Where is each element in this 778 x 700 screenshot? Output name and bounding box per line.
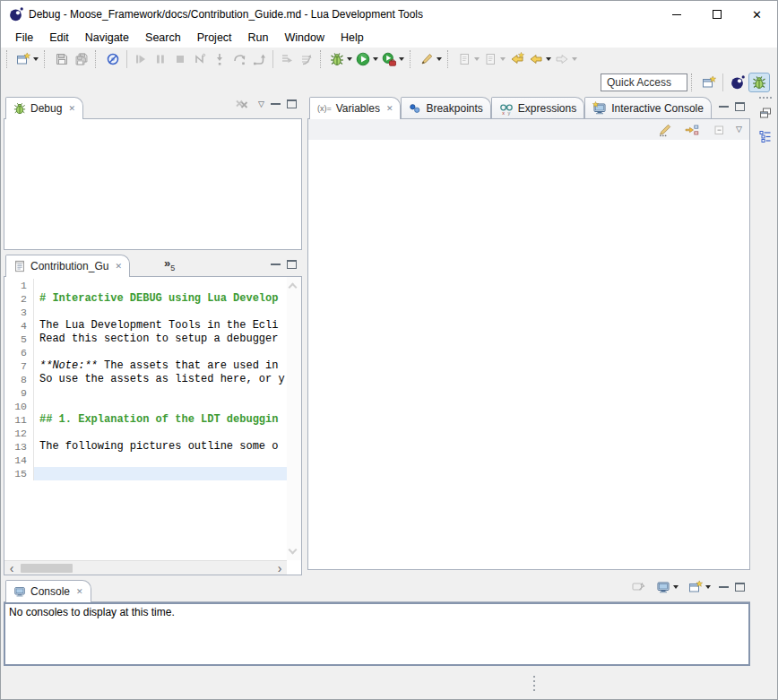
editor-lines[interactable]: 12# Interactive DEBUG using Lua Develop3…	[4, 279, 287, 559]
save-all-button[interactable]	[72, 49, 91, 69]
tab-contribution-guide[interactable]: Contribution_Gu ✕	[5, 255, 130, 277]
maximize-view-button[interactable]	[735, 102, 745, 111]
editor-vertical-scrollbar[interactable]	[287, 277, 301, 560]
editor-line[interactable]: 9	[4, 386, 287, 400]
editor-line[interactable]: 8So use the assets as listed here, or y	[4, 373, 287, 386]
toolbar-grip[interactable]	[447, 50, 452, 68]
display-selected-console-button[interactable]	[654, 577, 680, 597]
forward-button[interactable]	[553, 49, 579, 69]
view-menu-icon[interactable]: ▽	[736, 125, 742, 134]
debug-launch-button[interactable]	[328, 49, 354, 69]
pin-console-button[interactable]	[628, 577, 648, 597]
hidden-editors-chevron[interactable]: »5	[164, 256, 175, 272]
tab-close-icon[interactable]: ✕	[386, 104, 393, 113]
toolbar-grip[interactable]	[691, 73, 696, 91]
next-annotation-button[interactable]	[455, 49, 481, 69]
editor-line[interactable]: 6	[4, 346, 287, 359]
tab-interactive-console[interactable]: Interactive Console	[584, 97, 712, 118]
show-type-names-button[interactable]	[655, 120, 675, 140]
tab-variables[interactable]: (x)= Variables ✕	[309, 97, 401, 119]
editor-line[interactable]: 7**Note:** The assets that are used in	[4, 359, 287, 373]
maximize-view-button[interactable]	[735, 583, 745, 592]
maximize-view-button[interactable]	[287, 260, 297, 269]
editor-line[interactable]: 13The following pictures outline some o	[4, 440, 287, 454]
menu-search[interactable]: Search	[138, 30, 188, 46]
menu-file[interactable]: File	[8, 30, 40, 46]
editor-line[interactable]: 3	[4, 306, 287, 319]
strip-drag-handle[interactable]	[759, 97, 772, 99]
back-button[interactable]	[527, 49, 553, 69]
scroll-right-icon[interactable]: ›	[272, 562, 287, 575]
tab-breakpoints[interactable]: Breakpoints	[401, 97, 490, 118]
editor-line[interactable]: 5Read this section to setup a debugger	[4, 333, 287, 346]
window-close-button[interactable]: ✕	[737, 1, 777, 28]
use-step-filters-button[interactable]	[277, 49, 297, 69]
resume-button[interactable]	[131, 49, 151, 69]
previous-annotation-button[interactable]	[481, 49, 507, 69]
tab-expressions[interactable]: Expressions	[491, 97, 584, 118]
editor-horizontal-scrollbar[interactable]: ‹ ›	[4, 560, 287, 575]
scroll-up-icon[interactable]	[289, 283, 298, 292]
tab-close-icon[interactable]: ✕	[76, 587, 83, 596]
external-tools-button[interactable]	[380, 49, 406, 69]
minimize-view-button[interactable]	[719, 586, 729, 594]
minimize-view-button[interactable]	[271, 264, 281, 272]
open-console-button[interactable]	[687, 577, 713, 597]
mark-occurrences-button[interactable]	[418, 49, 444, 69]
menu-run[interactable]: Run	[241, 30, 276, 46]
menu-help[interactable]: Help	[333, 30, 371, 46]
menu-edit[interactable]: Edit	[42, 30, 76, 46]
debug-view-content[interactable]	[4, 119, 302, 250]
step-over-button[interactable]	[229, 49, 249, 69]
status-drag-handle[interactable]	[533, 676, 535, 691]
tab-close-icon[interactable]: ✕	[115, 262, 122, 271]
editor-line[interactable]: 12	[4, 427, 287, 440]
step-return-button[interactable]	[249, 49, 269, 69]
skip-all-breakpoints-button[interactable]	[103, 49, 123, 69]
scroll-down-icon[interactable]	[289, 546, 298, 555]
scroll-left-icon[interactable]: ‹	[4, 562, 19, 575]
suspend-button[interactable]	[151, 49, 170, 69]
minimize-view-button[interactable]	[719, 106, 729, 114]
scrollbar-thumb[interactable]	[21, 564, 73, 573]
perspective-debug-button[interactable]	[748, 73, 770, 92]
menu-navigate[interactable]: Navigate	[78, 30, 136, 46]
toolbar-grip[interactable]	[410, 50, 414, 68]
step-into-button[interactable]	[210, 49, 229, 69]
toolbar-grip[interactable]	[44, 50, 48, 68]
collapse-all-button[interactable]	[709, 120, 729, 140]
editor-line[interactable]: 4The Lua Development Tools in the Ecli	[4, 319, 287, 333]
window-minimize-button[interactable]	[656, 1, 696, 28]
step-filter-config-button[interactable]	[297, 49, 316, 69]
quick-access-input[interactable]	[601, 73, 687, 91]
editor-line[interactable]: 1	[4, 279, 287, 292]
minimize-view-button[interactable]	[271, 103, 281, 111]
console-content[interactable]: No consoles to display at this time.	[4, 602, 750, 666]
disconnect-button[interactable]	[190, 49, 210, 69]
remove-all-terminated-button[interactable]	[232, 94, 252, 114]
restore-views-button[interactable]	[756, 104, 775, 122]
menu-window[interactable]: Window	[278, 30, 332, 46]
maximize-view-button[interactable]	[287, 99, 297, 108]
toolbar-grip[interactable]	[320, 50, 324, 68]
editor-line[interactable]: 14	[4, 454, 287, 467]
last-edit-location-button[interactable]	[507, 49, 527, 69]
editor-line[interactable]: 15	[4, 467, 287, 480]
editor-line[interactable]: 2# Interactive DEBUG using Lua Develop	[4, 292, 287, 306]
menu-project[interactable]: Project	[190, 30, 239, 46]
editor-line[interactable]: 11## 1. Explanation of the LDT debuggin	[4, 413, 287, 427]
tab-debug[interactable]: Debug ✕	[5, 97, 83, 119]
save-button[interactable]	[52, 49, 72, 69]
toolbar-grip[interactable]	[6, 50, 11, 68]
editor-line[interactable]: 10	[4, 400, 287, 413]
run-launch-button[interactable]	[354, 49, 380, 69]
new-wizard-button[interactable]	[14, 49, 40, 69]
view-menu-icon[interactable]: ▽	[258, 100, 264, 108]
window-maximize-button[interactable]	[696, 1, 737, 28]
toolbar-grip[interactable]	[95, 50, 99, 68]
perspective-ldt-button[interactable]	[727, 73, 748, 92]
tab-close-icon[interactable]: ✕	[68, 104, 75, 113]
open-perspective-button[interactable]	[699, 73, 719, 92]
terminate-button[interactable]	[170, 49, 190, 69]
show-logical-structure-button[interactable]	[682, 120, 702, 140]
